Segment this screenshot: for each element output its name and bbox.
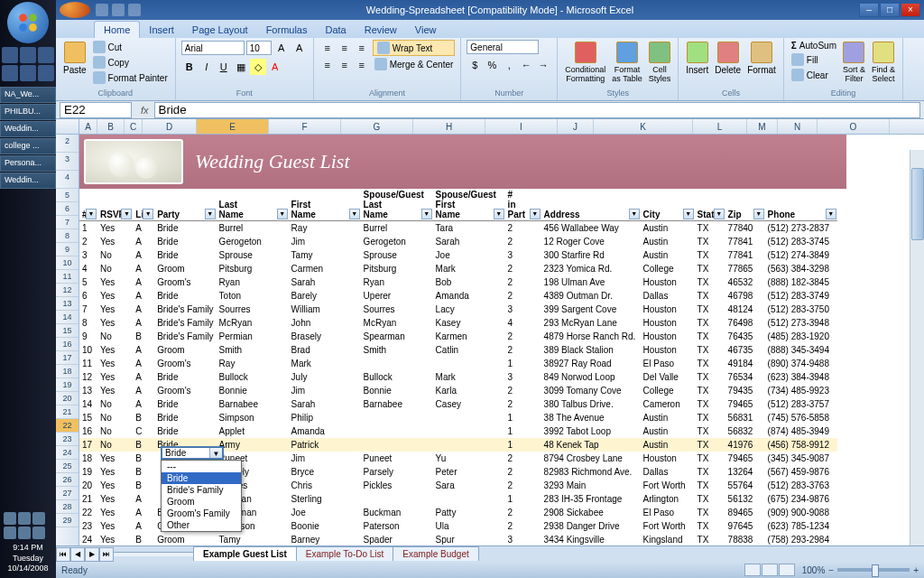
table-header[interactable]: LastName▼	[217, 189, 289, 221]
cell[interactable]: Jim	[289, 384, 361, 397]
table-header[interactable]: #inPart▼	[505, 189, 541, 221]
sheet-tab[interactable]: Example Guest List	[193, 546, 297, 561]
row-header[interactable]: 19	[56, 378, 79, 392]
vertical-scrollbar[interactable]	[910, 150, 924, 545]
cell[interactable]	[433, 411, 505, 424]
cell[interactable]: 2	[505, 479, 541, 492]
row-header[interactable]: 17	[56, 351, 79, 365]
cell[interactable]: 77840	[725, 221, 765, 235]
cell[interactable]: 20	[79, 479, 97, 492]
undo-icon[interactable]	[112, 4, 125, 16]
table-row[interactable]: 4NoAGroomPitsburgCarmenPitsburgMark22323…	[79, 262, 837, 275]
cell[interactable]: Casey	[433, 397, 505, 411]
cell[interactable]: 48 Kenek Tap	[541, 438, 641, 452]
row-header[interactable]: 7	[56, 216, 79, 229]
cell[interactable]: Yes	[97, 370, 133, 384]
cell[interactable]: 3434 Kingsville	[541, 533, 641, 546]
cell[interactable]: 12 Roger Cove	[541, 235, 641, 248]
font-name-select[interactable]	[181, 41, 245, 55]
save-icon[interactable]	[96, 4, 108, 16]
app-icon[interactable]	[20, 65, 36, 81]
cell[interactable]: 13	[79, 384, 97, 397]
cell[interactable]: Bride	[154, 221, 216, 235]
table-header[interactable]: Address▼	[541, 189, 641, 221]
cell[interactable]: Carmen	[289, 262, 361, 275]
sort-filter-button[interactable]: Sort &Filter	[841, 40, 867, 85]
cell[interactable]: TX	[695, 533, 725, 546]
cell[interactable]: 17	[79, 438, 97, 452]
tray-icon[interactable]	[18, 512, 31, 525]
cell[interactable]: Groom	[154, 343, 216, 357]
cell[interactable]: A	[133, 506, 154, 519]
tray-icon[interactable]	[18, 527, 31, 539]
cell[interactable]: Bryce	[289, 465, 361, 479]
cell[interactable]: Barnabee	[217, 397, 289, 411]
sheet-tab-hidden[interactable]	[113, 552, 194, 556]
cell[interactable]: 55764	[725, 479, 765, 492]
table-row[interactable]: 5YesAGroom'sRyanSarahRyanBob2198 Ulman A…	[79, 275, 837, 289]
cell[interactable]: Kingsland	[641, 533, 695, 546]
page-break-icon[interactable]	[779, 564, 795, 576]
cell[interactable]: (485) 283-1920	[765, 330, 837, 343]
cell[interactable]: (512) 283-3745	[765, 235, 837, 248]
cell[interactable]: (675) 234-9876	[765, 492, 837, 506]
cell[interactable]: (909) 900-9088	[765, 506, 837, 519]
cell[interactable]: Yes	[97, 275, 133, 289]
cell[interactable]: A	[133, 492, 154, 506]
cell[interactable]: Simpson	[217, 411, 289, 424]
table-header[interactable]: Phone▼	[765, 189, 837, 221]
cell[interactable]: TX	[695, 452, 725, 465]
cell[interactable]: A	[133, 248, 154, 262]
cell[interactable]: 3	[505, 370, 541, 384]
col-header[interactable]: G	[341, 119, 413, 134]
filter-icon[interactable]: ▼	[349, 209, 360, 219]
conditional-formatting-button[interactable]: ConditionalFormatting	[563, 40, 607, 85]
cell[interactable]: Yu	[433, 452, 505, 465]
cell[interactable]: Pitsburg	[361, 262, 433, 275]
cell[interactable]: El Paso	[641, 506, 695, 519]
cell[interactable]: 41976	[725, 438, 765, 452]
tray-icon[interactable]	[32, 527, 45, 539]
cell[interactable]: 4	[505, 316, 541, 330]
cell[interactable]: 5	[79, 275, 97, 289]
cell[interactable]: TX	[695, 357, 725, 370]
cell[interactable]: Ray	[217, 357, 289, 370]
cell[interactable]: 456 Wallabee Way	[541, 221, 641, 235]
cell[interactable]: Yes	[97, 343, 133, 357]
taskbar-item[interactable]: PHILBU...	[0, 104, 56, 120]
cell[interactable]: 18	[79, 452, 97, 465]
row-header[interactable]: 2	[56, 135, 79, 153]
table-header[interactable]: #▼	[79, 189, 97, 221]
cell[interactable]: Boonie	[289, 519, 361, 533]
table-row[interactable]: 3NoABrideSprouseTamySprouseJoe3300 Starf…	[79, 248, 837, 262]
cell[interactable]: Austin	[641, 411, 695, 424]
cell[interactable]: Fort Worth	[641, 479, 695, 492]
scroll-thumb[interactable]	[911, 168, 924, 240]
taskbar-item[interactable]: college ...	[0, 138, 56, 154]
cell[interactable]: 198 Ulman Ave	[541, 275, 641, 289]
cell[interactable]: TX	[695, 289, 725, 303]
cell[interactable]: 1	[505, 424, 541, 438]
cell[interactable]: A	[133, 235, 154, 248]
table-row[interactable]: 8YesABride's FamilyMcRyanJohnMcRyanKasey…	[79, 316, 837, 330]
cell[interactable]: (623) 785-1234	[765, 519, 837, 533]
border-button[interactable]: ▦	[233, 59, 249, 75]
cell[interactable]: B	[133, 479, 154, 492]
cell[interactable]: 2	[505, 465, 541, 479]
filter-icon[interactable]: ▼	[205, 209, 216, 219]
autosum-button[interactable]: Σ AutoSum	[790, 40, 838, 51]
filter-icon[interactable]: ▼	[714, 209, 725, 219]
row-header[interactable]: 3	[56, 153, 79, 171]
row-header[interactable]: 21	[56, 406, 79, 419]
cell[interactable]: Lacy	[433, 303, 505, 316]
cell[interactable]: July	[289, 370, 361, 384]
table-header[interactable]: State▼	[695, 189, 725, 221]
cell[interactable]: Bride	[154, 370, 216, 384]
align-top-icon[interactable]: ≡	[319, 40, 336, 56]
cell[interactable]: Bride's Family	[154, 303, 216, 316]
cell[interactable]: Toton	[217, 289, 289, 303]
cell[interactable]: Ula	[433, 519, 505, 533]
cell[interactable]: Yes	[97, 289, 133, 303]
fx-icon[interactable]: fx	[135, 105, 154, 116]
app-icon[interactable]	[38, 47, 54, 63]
